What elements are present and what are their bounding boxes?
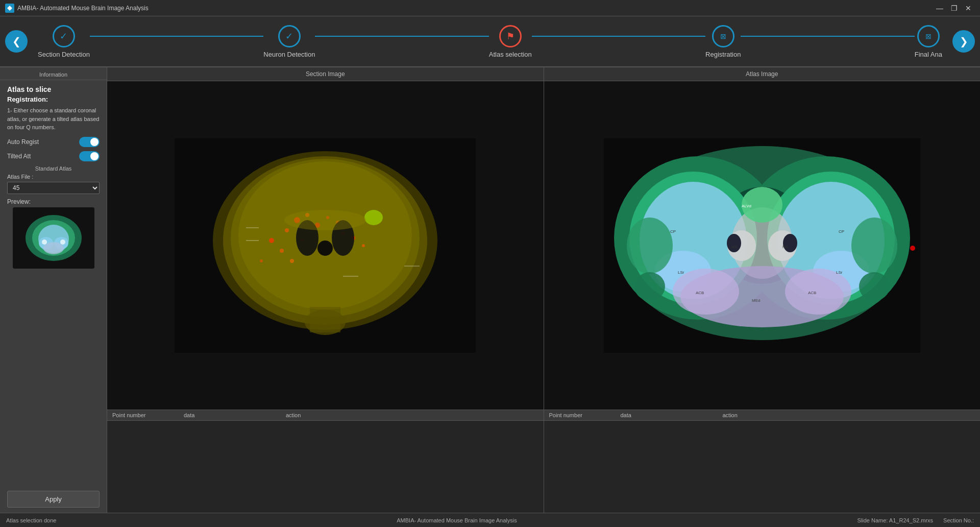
step-final-ana[interactable]: ⊠ Final Ana: [915, 25, 942, 58]
svg-point-22: [269, 238, 274, 243]
navigation-bar: ❮ ✓ Section Detection ✓ Neuron Detection…: [0, 16, 980, 67]
svg-point-57: [851, 218, 897, 274]
step-line-1: [90, 36, 263, 37]
svg-point-33: [284, 210, 366, 230]
step-circle-neuron-detection: ✓: [278, 25, 301, 47]
svg-point-52: [727, 234, 741, 252]
svg-text:ACB: ACB: [808, 291, 816, 295]
svg-text:ALVd: ALVd: [742, 204, 751, 208]
atlas-table-header: Point number data action: [544, 410, 981, 421]
workflow-steps: ✓ Section Detection ✓ Neuron Detection ⚑…: [28, 25, 952, 58]
images-row: Section Image: [107, 67, 980, 513]
window-controls: — ❐ ✕: [933, 2, 975, 15]
auto-regist-toggle[interactable]: [79, 137, 100, 147]
close-button[interactable]: ✕: [962, 2, 975, 15]
nav-forward-button[interactable]: ❯: [952, 30, 975, 53]
atlas-col-point: Point number: [549, 412, 621, 418]
svg-point-8: [42, 239, 47, 245]
svg-rect-35: [310, 307, 340, 332]
svg-text:CP: CP: [839, 229, 844, 234]
svg-text:CP: CP: [670, 229, 676, 234]
svg-text:LSr: LSr: [678, 270, 684, 275]
forward-icon: ❯: [960, 35, 968, 47]
svg-point-7: [43, 242, 64, 254]
atlas-file-select[interactable]: 45 46 47 48: [7, 182, 100, 194]
svg-point-24: [260, 259, 263, 262]
step-registration[interactable]: ⊠ Registration: [705, 25, 741, 58]
step-circle-section-detection: ✓: [53, 25, 75, 47]
registration-text: 1- Either choose a standard coronal atla…: [7, 106, 100, 132]
section-col-action: action: [286, 412, 538, 418]
status-right: Slide Name: A1_R24_S2.mrxs Section No.:: [857, 517, 974, 523]
section-brain-svg: [175, 138, 476, 353]
tilted-att-label: Tilted Att: [7, 153, 31, 160]
nav-back-button[interactable]: ❮: [5, 30, 28, 53]
minimize-button[interactable]: —: [933, 2, 946, 15]
auto-regist-row: Auto Regist: [7, 137, 100, 147]
svg-point-9: [60, 239, 65, 245]
step-label-neuron-detection: Neuron Detection: [263, 51, 315, 58]
svg-point-31: [317, 241, 333, 256]
window-title: AMBIA- Automated Mouse Brain Image Analy…: [17, 5, 933, 12]
sidebar-content: Atlas to slice Registration: 1- Either c…: [0, 80, 107, 486]
svg-point-74: [910, 246, 915, 251]
step-circle-final-ana: ⊠: [917, 25, 940, 47]
preview-label: Preview:: [7, 198, 100, 205]
svg-point-25: [290, 259, 294, 263]
svg-point-53: [783, 234, 797, 252]
step-line-2: [315, 36, 488, 37]
atlas-file-label: Atlas File :: [7, 174, 100, 180]
svg-point-14: [238, 161, 412, 309]
maximize-button[interactable]: ❐: [947, 2, 961, 15]
section-table: Point number data action: [107, 410, 544, 513]
atlas-col-action: action: [723, 412, 975, 418]
step-atlas-selection[interactable]: ⚑ Atlas selection: [489, 25, 532, 58]
svg-point-61: [634, 272, 665, 301]
section-col-point: Point number: [112, 412, 184, 418]
apply-button[interactable]: Apply: [7, 491, 100, 508]
step-label-section-detection: Section Detection: [38, 51, 90, 58]
atlas-table-body: [544, 421, 981, 513]
step-section-detection[interactable]: ✓ Section Detection: [38, 25, 90, 58]
atlas-image-container[interactable]: CP CP LSr LSr NS NS ACB ACB MEd ALVd: [544, 81, 981, 410]
step-neuron-detection[interactable]: ✓ Neuron Detection: [263, 25, 315, 58]
status-bar: Atlas selection done AMBIA- Automated Mo…: [0, 513, 980, 527]
section-image-panel: Section Image: [107, 67, 544, 513]
svg-text:ACB: ACB: [696, 291, 704, 295]
atlas-col-data: data: [621, 412, 723, 418]
svg-text:MEd: MEd: [752, 298, 760, 303]
atlas-brain-svg: CP CP LSr LSr NS NS ACB ACB MEd ALVd: [604, 138, 920, 353]
atlas-table: Point number data action: [544, 410, 981, 513]
svg-point-56: [627, 218, 673, 274]
tilted-att-row: Tilted Att: [7, 151, 100, 161]
svg-point-18: [285, 228, 289, 232]
slide-name: Slide Name: A1_R24_S2.mrxs: [857, 517, 934, 523]
step-line-3: [532, 36, 705, 37]
status-center: AMBIA- Automated Mouse Brain Image Analy…: [56, 517, 857, 523]
content-area: Section Image: [107, 67, 980, 513]
preview-svg: [13, 207, 94, 269]
standard-atlas-label: Standard Atlas: [7, 165, 100, 172]
sidebar-info-header: Information: [0, 67, 107, 80]
title-bar: AMBIA- Automated Mouse Brain Image Analy…: [0, 0, 980, 16]
tilted-att-toggle[interactable]: [79, 151, 100, 161]
registration-subtitle: Registration:: [7, 95, 100, 103]
atlas-image-header: Atlas Image: [544, 67, 981, 81]
section-image-header: Section Image: [107, 67, 544, 81]
step-label-registration: Registration: [705, 51, 741, 58]
preview-image: [13, 207, 94, 269]
atlas-to-slice-title: Atlas to slice: [7, 85, 100, 93]
section-table-header: Point number data action: [107, 410, 544, 421]
step-circle-atlas-selection: ⚑: [499, 25, 522, 47]
auto-regist-label: Auto Regist: [7, 138, 39, 146]
section-image-container[interactable]: [107, 81, 544, 410]
main-layout: Information Atlas to slice Registration:…: [0, 67, 980, 513]
section-table-body: [107, 421, 544, 513]
section-col-data: data: [184, 412, 286, 418]
step-label-atlas-selection: Atlas selection: [489, 51, 532, 58]
svg-text:NS: NS: [782, 245, 788, 249]
svg-point-62: [859, 272, 890, 301]
step-label-final-ana: Final Ana: [915, 51, 942, 58]
svg-text:NS: NS: [731, 245, 737, 249]
svg-point-32: [364, 210, 383, 225]
